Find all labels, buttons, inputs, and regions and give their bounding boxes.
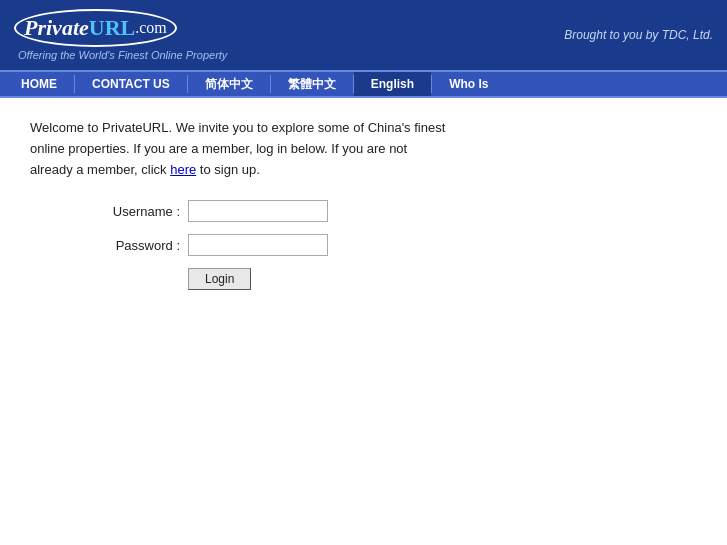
welcome-line3: already a member, click <box>30 162 170 177</box>
logo: PrivateURL.com <box>14 9 227 47</box>
login-form: Username : Password : Login <box>90 200 697 290</box>
nav-home[interactable]: HOME <box>4 72 74 96</box>
login-button[interactable]: Login <box>188 268 251 290</box>
logo-area: PrivateURL.com Offering the World's Fine… <box>14 9 227 61</box>
signup-link[interactable]: here <box>170 162 196 177</box>
username-input[interactable] <box>188 200 328 222</box>
password-row: Password : <box>90 234 697 256</box>
welcome-line4: to sign up. <box>196 162 260 177</box>
nav-english[interactable]: English <box>354 72 431 96</box>
logo-oval: PrivateURL.com <box>14 9 177 47</box>
button-row: Login <box>188 268 697 290</box>
nav-who-is[interactable]: Who Is <box>432 72 505 96</box>
welcome-line2: online properties. If you are a member, … <box>30 141 407 156</box>
main-content: Welcome to PrivateURL. We invite you to … <box>0 98 727 310</box>
logo-tagline: Offering the World's Finest Online Prope… <box>18 49 227 61</box>
logo-url-text: URL <box>89 15 135 41</box>
navbar: HOME CONTACT US 简体中文 繁體中文 English Who Is <box>0 70 727 98</box>
logo-private-text: Private <box>24 15 89 41</box>
username-row: Username : <box>90 200 697 222</box>
nav-simplified-chinese[interactable]: 简体中文 <box>188 71 270 98</box>
welcome-line1: Welcome to PrivateURL. We invite you to … <box>30 120 445 135</box>
header-credit: Brought to you by TDC, Ltd. <box>564 28 713 42</box>
password-label: Password : <box>90 238 180 253</box>
nav-traditional-chinese[interactable]: 繁體中文 <box>271 71 353 98</box>
username-label: Username : <box>90 204 180 219</box>
logo-dotcom-text: .com <box>135 19 167 37</box>
header: PrivateURL.com Offering the World's Fine… <box>0 0 727 70</box>
welcome-text: Welcome to PrivateURL. We invite you to … <box>30 118 450 180</box>
password-input[interactable] <box>188 234 328 256</box>
nav-contact-us[interactable]: CONTACT US <box>75 72 187 96</box>
